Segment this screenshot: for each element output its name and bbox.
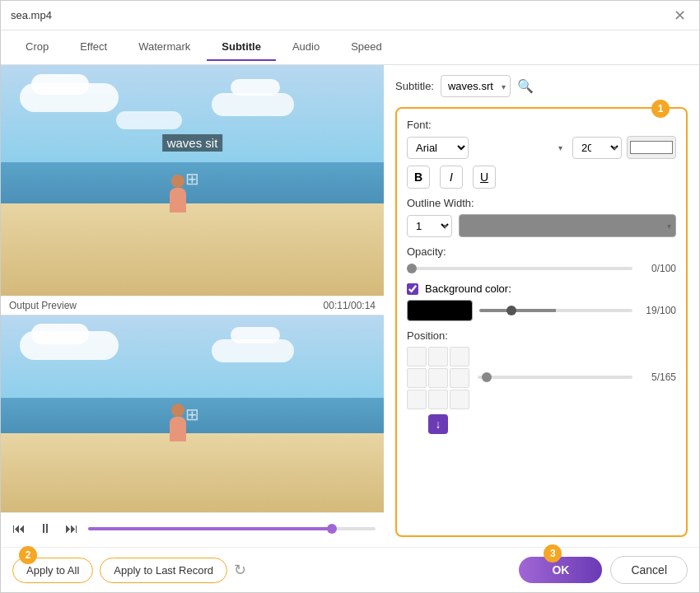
badge-2: 2 xyxy=(19,546,37,564)
pos-cell-bc[interactable] xyxy=(428,390,448,409)
outline-color-wrapper xyxy=(459,214,676,237)
left-panel: waves sit ⊞ Output Preview 00:11/00:14 xyxy=(1,65,384,547)
beach-scene-bottom: ⊞ xyxy=(1,315,384,512)
cloud-b4 xyxy=(231,327,280,343)
outline-label: Outline Width: xyxy=(407,197,676,209)
italic-button[interactable]: I xyxy=(440,166,463,189)
preview-top: waves sit ⊞ xyxy=(1,65,384,296)
tab-bar: Crop Effect Watermark Subtitle Audio Spe… xyxy=(1,30,699,65)
next-button[interactable]: ⏭ xyxy=(62,520,82,538)
bg-slider-row: 19/100 xyxy=(407,300,676,321)
cancel-button[interactable]: Cancel xyxy=(610,556,688,584)
opacity-label: Opacity: xyxy=(407,245,676,258)
font-size-select[interactable]: 20 xyxy=(572,137,622,159)
refresh-button[interactable]: ↻ xyxy=(234,561,246,579)
search-button[interactable]: 🔍 xyxy=(517,78,534,94)
tab-audio[interactable]: Audio xyxy=(278,34,334,61)
figure-top xyxy=(170,175,186,212)
tab-speed[interactable]: Speed xyxy=(336,34,397,61)
pos-cell-tr[interactable] xyxy=(450,347,469,367)
font-size-wrapper: 20 xyxy=(572,137,622,159)
cloud-5 xyxy=(116,111,182,129)
cloud-3 xyxy=(212,93,294,116)
subtitle-overlay-top: waves sit xyxy=(162,134,223,152)
figure-body-top xyxy=(170,188,186,212)
outline-width-wrapper: 1 xyxy=(407,215,452,237)
font-row: Arial 20 xyxy=(407,136,676,159)
bg-opacity-value: 19/100 xyxy=(639,305,676,316)
figure-bottom xyxy=(170,404,186,441)
cloud-2 xyxy=(31,74,89,95)
pos-down-button[interactable]: ↓ xyxy=(428,414,448,434)
outline-color-swatch[interactable] xyxy=(459,214,676,237)
time-display: 00:11/00:14 xyxy=(324,300,376,311)
badge-1: 1 xyxy=(651,100,670,118)
settings-box: 1 Font: Arial 20 xyxy=(395,107,688,537)
underline-button[interactable]: U xyxy=(473,166,496,189)
position-grid-col: ↓ xyxy=(407,347,469,434)
bg-color-label: Background color: xyxy=(425,282,511,295)
trim-icon-bottom: ⊞ xyxy=(185,404,199,424)
bg-color-checkbox[interactable] xyxy=(407,283,418,295)
bottom-bar: 2 Apply to All Apply to Last Record ↻ 3 … xyxy=(1,547,699,592)
progress-thumb xyxy=(327,524,337,534)
output-preview-label: Output Preview xyxy=(9,300,77,311)
bg-color-swatch[interactable] xyxy=(407,300,473,321)
opacity-value: 0/100 xyxy=(639,263,676,274)
pos-cell-tl[interactable] xyxy=(407,347,427,367)
bold-button[interactable]: B xyxy=(407,166,430,189)
trim-icon-top: ⊞ xyxy=(185,169,199,189)
figure-body-bottom xyxy=(170,417,186,441)
position-slider[interactable] xyxy=(478,376,632,379)
pos-down-container: ↓ xyxy=(407,414,469,434)
main-content: waves sit ⊞ Output Preview 00:11/00:14 xyxy=(1,65,699,547)
subtitle-text-top: waves sit xyxy=(167,136,218,150)
figure-head-bottom xyxy=(171,404,184,417)
sand-top xyxy=(1,203,384,296)
position-value: 5/165 xyxy=(639,371,676,383)
app-window: sea.mp4 ✕ Crop Effect Watermark Subtitle… xyxy=(0,0,700,593)
cloud-b2 xyxy=(31,324,89,344)
font-color-picker[interactable] xyxy=(627,136,676,159)
tab-watermark[interactable]: Watermark xyxy=(124,34,205,61)
right-panel: Subtitle: waves.srt 🔍 1 Font: Arial xyxy=(384,65,699,547)
subtitle-select[interactable]: waves.srt xyxy=(441,75,511,97)
opacity-slider[interactable] xyxy=(407,267,632,270)
bg-color-row: Background color: xyxy=(407,282,676,295)
ok-cancel-section: 3 OK Cancel xyxy=(519,556,688,584)
font-family-wrapper: Arial xyxy=(407,137,567,159)
progress-bar[interactable] xyxy=(88,527,376,530)
close-button[interactable]: ✕ xyxy=(670,7,689,25)
apply-last-button[interactable]: Apply to Last Record xyxy=(100,558,227,583)
font-label: Font: xyxy=(407,119,676,131)
playback-controls: ⏮ ⏸ ⏭ xyxy=(1,512,384,544)
beach-scene-top: waves sit ⊞ xyxy=(1,65,384,296)
ok-button[interactable]: OK xyxy=(519,557,602,583)
prev-button[interactable]: ⏮ xyxy=(9,520,29,538)
font-family-select[interactable]: Arial xyxy=(407,137,469,159)
pos-cell-tc[interactable] xyxy=(428,347,448,367)
pos-cell-br[interactable] xyxy=(450,390,469,409)
outline-row: 1 xyxy=(407,214,676,237)
tab-subtitle[interactable]: Subtitle xyxy=(207,34,276,61)
subtitle-label: Subtitle: xyxy=(395,80,434,92)
outline-width-select[interactable]: 1 xyxy=(407,215,452,237)
pos-cell-mc[interactable] xyxy=(428,368,448,388)
position-label: Position: xyxy=(407,329,676,342)
pos-cell-bl[interactable] xyxy=(407,390,427,409)
preview-bottom: ⊞ xyxy=(1,315,384,512)
position-grid xyxy=(407,347,469,409)
position-slider-col: 5/165 xyxy=(478,347,676,383)
pos-cell-mr[interactable] xyxy=(450,368,469,388)
titlebar: sea.mp4 ✕ xyxy=(1,1,699,30)
sand-bottom xyxy=(1,433,384,512)
tab-effect[interactable]: Effect xyxy=(65,34,122,61)
subtitle-select-wrapper: waves.srt xyxy=(441,75,511,97)
position-area: ↓ 5/165 xyxy=(407,347,676,434)
format-row: B I U xyxy=(407,166,676,189)
pause-button[interactable]: ⏸ xyxy=(35,520,55,538)
tab-crop[interactable]: Crop xyxy=(11,34,63,61)
pos-cell-ml[interactable] xyxy=(407,368,427,388)
opacity-slider-row: 0/100 xyxy=(407,263,676,274)
bg-opacity-slider[interactable] xyxy=(479,309,632,312)
